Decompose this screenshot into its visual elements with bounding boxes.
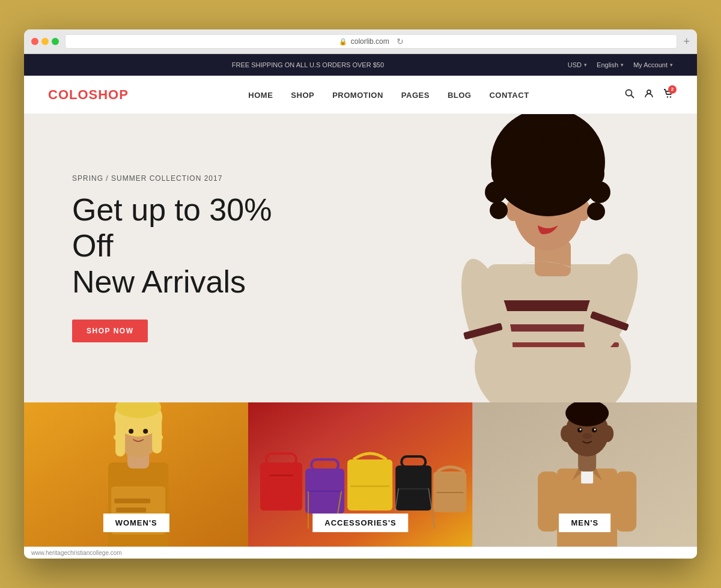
top-bar-right: USD ▾ English ▾ My Account ▾ bbox=[568, 61, 673, 68]
svg-point-83 bbox=[582, 433, 592, 439]
nav-item-blog[interactable]: BLOG bbox=[448, 89, 472, 100]
svg-rect-47 bbox=[152, 414, 162, 453]
svg-point-0 bbox=[626, 89, 632, 95]
svg-point-36 bbox=[503, 162, 593, 198]
currency-selector[interactable]: USD ▾ bbox=[568, 61, 587, 68]
language-label: English bbox=[597, 61, 618, 68]
account-menu[interactable]: My Account ▾ bbox=[633, 61, 673, 68]
svg-rect-42 bbox=[116, 508, 146, 512]
status-bar: www.heritagechristiancollege.com bbox=[24, 547, 697, 559]
svg-point-30 bbox=[587, 202, 605, 220]
svg-point-26 bbox=[485, 181, 507, 203]
category-mens[interactable]: MEN'S bbox=[473, 402, 697, 547]
svg-rect-85 bbox=[615, 471, 636, 532]
svg-point-50 bbox=[143, 429, 148, 434]
shipping-message: FREE SHIPPING ON ALL U.S ORDERS OVER $50 bbox=[48, 61, 568, 68]
nav-item-promotion[interactable]: PROMOTION bbox=[332, 89, 383, 100]
nav-icons: 2 bbox=[625, 89, 673, 101]
svg-rect-62 bbox=[350, 485, 389, 487]
main-nav: COLOSHOP HOME SHOP PROMOTION PAGES BLOG … bbox=[24, 76, 697, 114]
womens-label: WOMEN'S bbox=[103, 514, 169, 532]
status-url: www.heritagechristiancollege.com bbox=[31, 550, 122, 556]
cart-badge: 2 bbox=[668, 85, 677, 94]
svg-rect-61 bbox=[347, 459, 392, 511]
account-chevron: ▾ bbox=[670, 62, 673, 68]
website-content: FREE SHIPPING ON ALL U.S ORDERS OVER $50… bbox=[24, 54, 697, 559]
dot-green[interactable] bbox=[52, 38, 59, 45]
dot-red[interactable] bbox=[31, 38, 38, 45]
svg-point-49 bbox=[129, 429, 133, 434]
svg-point-29 bbox=[589, 181, 610, 203]
top-bar: FREE SHIPPING ON ALL U.S ORDERS OVER $50… bbox=[24, 54, 697, 76]
hero-image bbox=[327, 114, 697, 402]
svg-point-81 bbox=[579, 428, 581, 430]
nav-item-shop[interactable]: SHOP bbox=[291, 89, 314, 100]
browser-chrome: 🔒 colorlib.com ↻ + bbox=[24, 29, 697, 54]
category-accessories[interactable]: ACCESSORIES'S bbox=[248, 402, 472, 547]
user-icon[interactable] bbox=[644, 89, 654, 101]
svg-point-4 bbox=[670, 96, 671, 97]
svg-point-51 bbox=[114, 435, 118, 440]
nav-item-home[interactable]: HOME bbox=[248, 89, 273, 100]
svg-rect-57 bbox=[269, 474, 293, 476]
search-icon[interactable] bbox=[625, 89, 634, 101]
dot-yellow[interactable] bbox=[41, 38, 49, 45]
address-bar[interactable]: 🔒 colorlib.com ↻ bbox=[65, 34, 677, 49]
svg-rect-55 bbox=[260, 462, 302, 511]
nav-links: HOME SHOP PROMOTION PAGES BLOG CONTACT bbox=[153, 89, 625, 100]
svg-line-1 bbox=[631, 95, 634, 98]
svg-point-52 bbox=[158, 435, 163, 440]
language-chevron: ▾ bbox=[621, 62, 624, 68]
hero-section: SPRING / SUMMER COLLECTION 2017 Get up t… bbox=[24, 114, 697, 402]
new-tab-button[interactable]: + bbox=[683, 35, 690, 48]
svg-point-82 bbox=[594, 428, 595, 430]
hero-content: SPRING / SUMMER COLLECTION 2017 Get up t… bbox=[24, 138, 324, 378]
cart-icon[interactable]: 2 bbox=[663, 89, 673, 101]
svg-point-35 bbox=[553, 127, 577, 151]
logo-part1: COLO bbox=[48, 87, 89, 102]
hero-title: Get up to 30% Off New Arrivals bbox=[72, 192, 276, 300]
svg-point-27 bbox=[490, 201, 508, 219]
shop-now-button[interactable]: SHOP NOW bbox=[72, 320, 148, 342]
currency-chevron: ▾ bbox=[584, 62, 587, 68]
svg-rect-41 bbox=[114, 499, 150, 503]
svg-rect-63 bbox=[396, 465, 432, 511]
nav-item-pages[interactable]: PAGES bbox=[401, 89, 430, 100]
account-label: My Account bbox=[633, 61, 668, 68]
logo[interactable]: COLOSHOP bbox=[48, 87, 129, 103]
svg-point-76 bbox=[561, 425, 573, 442]
hero-title-line2: New Arrivals bbox=[72, 264, 246, 299]
browser-dots bbox=[31, 38, 59, 45]
hero-subtitle: SPRING / SUMMER COLLECTION 2017 bbox=[72, 174, 276, 183]
language-selector[interactable]: English ▾ bbox=[597, 61, 624, 68]
svg-point-3 bbox=[667, 96, 668, 97]
svg-point-77 bbox=[601, 425, 613, 442]
categories-section: WOMEN'S bbox=[24, 402, 697, 547]
refresh-icon[interactable]: ↻ bbox=[397, 37, 404, 46]
currency-label: USD bbox=[568, 61, 582, 68]
svg-rect-67 bbox=[437, 492, 464, 493]
nav-item-contact[interactable]: CONTACT bbox=[489, 89, 529, 100]
browser-window: 🔒 colorlib.com ↻ + FREE SHIPPING ON ALL … bbox=[24, 29, 697, 559]
accessories-label: ACCESSORIES'S bbox=[312, 514, 408, 532]
mens-label: MEN'S bbox=[559, 514, 611, 532]
category-womens[interactable]: WOMEN'S bbox=[24, 402, 248, 547]
hero-title-line1: Get up to 30% Off bbox=[72, 192, 272, 263]
svg-rect-65 bbox=[399, 488, 429, 489]
url-text: colorlib.com bbox=[351, 37, 389, 46]
logo-part2: SHOP bbox=[89, 87, 129, 102]
svg-point-34 bbox=[520, 127, 544, 151]
svg-rect-84 bbox=[538, 471, 559, 532]
